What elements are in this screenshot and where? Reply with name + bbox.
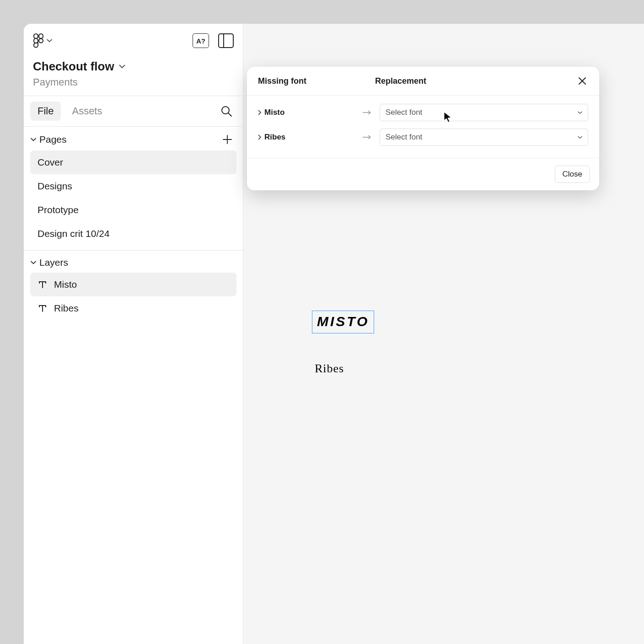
page-label: Designs	[38, 181, 72, 192]
svg-rect-0	[34, 34, 38, 38]
project-title-row[interactable]: Checkout flow	[33, 59, 234, 74]
canvas-text-ribes[interactable]: Ribes	[315, 362, 344, 376]
add-page-button[interactable]	[221, 133, 234, 146]
text-layer-icon	[38, 303, 48, 313]
font-name: Ribes	[264, 133, 285, 142]
arrow-right-icon	[362, 134, 375, 140]
layers-section-header: Layers	[24, 251, 243, 273]
sidebar-tabs: File Assets	[24, 96, 243, 127]
font-row-misto: Misto Select font	[258, 100, 588, 125]
modal-col-missing-font: Missing font	[258, 76, 375, 86]
layer-label: Misto	[54, 279, 77, 290]
arrow-right-icon	[362, 110, 375, 115]
canvas-text-misto[interactable]: MISTO	[312, 311, 374, 333]
chevron-right-icon[interactable]	[258, 110, 262, 115]
tab-assets[interactable]: Assets	[64, 102, 109, 121]
modal-close-x[interactable]	[576, 75, 588, 87]
font-name: Misto	[264, 108, 284, 117]
sidebar-top-row: A?	[33, 33, 234, 48]
page-label: Cover	[38, 157, 63, 168]
select-placeholder: Select font	[386, 133, 422, 142]
panel-toggle-button[interactable]	[218, 33, 234, 48]
chevron-down-icon	[47, 39, 52, 43]
svg-rect-2	[34, 38, 38, 43]
close-icon	[578, 77, 586, 85]
page-item-design-crit[interactable]: Design crit 10/24	[30, 222, 236, 246]
pages-section-header: Pages	[24, 127, 243, 150]
close-button[interactable]: Close	[555, 166, 590, 183]
figma-logo-icon	[33, 33, 44, 48]
project-title: Checkout flow	[33, 59, 114, 74]
chevron-right-icon[interactable]	[258, 134, 262, 140]
pages-title: Pages	[39, 134, 67, 145]
page-label: Prototype	[38, 204, 79, 215]
modal-footer: Close	[247, 158, 599, 190]
svg-point-3	[39, 39, 43, 43]
layer-list: Misto Ribes	[24, 273, 243, 325]
page-label: Design crit 10/24	[38, 228, 110, 239]
sidebar-header: A? Checkout flow Payments	[24, 24, 243, 96]
project-subtitle[interactable]: Payments	[33, 76, 234, 88]
font-select-ribes[interactable]: Select font	[380, 129, 588, 146]
layers-title: Layers	[39, 257, 68, 268]
modal-body: Misto Select font Ribes	[247, 96, 599, 158]
page-item-prototype[interactable]: Prototype	[30, 198, 236, 222]
search-icon	[220, 105, 232, 117]
modal-header: Missing font Replacement	[247, 67, 599, 96]
chevron-down-icon	[119, 64, 125, 69]
search-button[interactable]	[219, 104, 234, 118]
modal-col-replacement: Replacement	[375, 76, 576, 86]
page-list: Cover Designs Prototype Design crit 10/2…	[24, 150, 243, 250]
plus-icon	[222, 134, 232, 145]
missing-fonts-modal: Missing font Replacement Misto Select fo…	[247, 67, 599, 190]
chevron-down-icon	[578, 111, 582, 114]
font-select-misto[interactable]: Select font	[380, 104, 588, 121]
text-layer-icon	[38, 279, 48, 290]
chevron-down-icon[interactable]	[30, 137, 37, 142]
chevron-down-icon[interactable]	[30, 260, 37, 265]
tab-file[interactable]: File	[30, 102, 61, 121]
layer-label: Ribes	[54, 303, 79, 314]
svg-line-5	[228, 113, 231, 116]
chevron-down-icon	[578, 136, 582, 139]
layer-item-ribes[interactable]: Ribes	[30, 296, 236, 320]
page-item-cover[interactable]: Cover	[30, 150, 236, 174]
layer-item-misto[interactable]: Misto	[30, 273, 236, 296]
left-sidebar: A? Checkout flow Payments File Assets	[24, 24, 243, 644]
top-icon-group: A?	[193, 33, 234, 48]
page-item-designs[interactable]: Designs	[30, 174, 236, 198]
font-row-ribes: Ribes Select font	[258, 125, 588, 150]
figma-menu[interactable]	[33, 33, 52, 48]
select-placeholder: Select font	[386, 108, 422, 117]
missing-font-button[interactable]: A?	[193, 33, 209, 48]
svg-rect-1	[39, 34, 43, 38]
